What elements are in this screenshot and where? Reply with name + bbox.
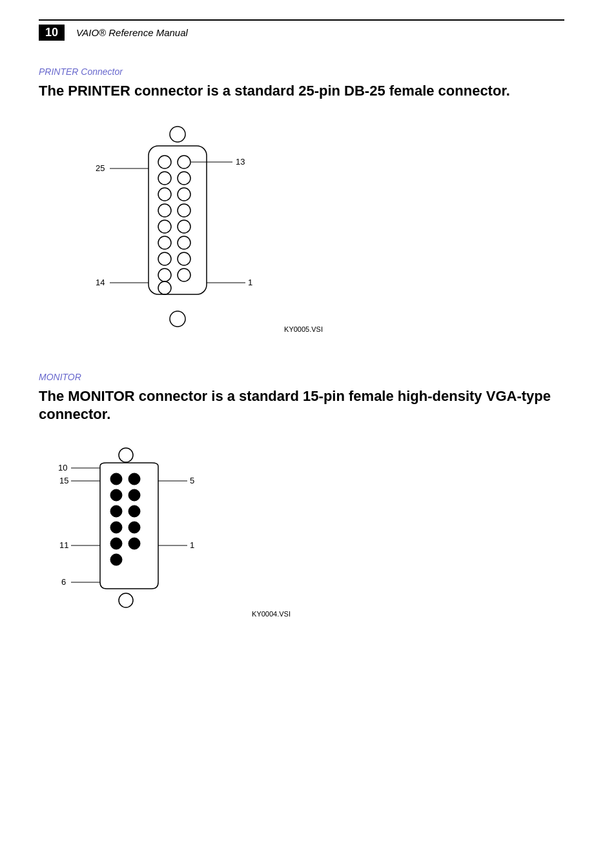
- monitor-section: MONITOR The MONITOR connector is a stand…: [39, 372, 564, 624]
- svg-text:15: 15: [59, 476, 68, 485]
- svg-point-40: [119, 593, 133, 607]
- monitor-diagram-area: 10 15 5 11 1 6 KY: [39, 443, 564, 624]
- svg-text:14: 14: [96, 278, 105, 287]
- page-header: 10 VAIO® Reference Manual: [39, 19, 564, 41]
- svg-text:1: 1: [248, 278, 252, 287]
- svg-point-3: [178, 156, 190, 168]
- svg-text:10: 10: [58, 463, 67, 473]
- svg-text:25: 25: [96, 163, 105, 173]
- svg-point-2: [158, 156, 171, 168]
- svg-point-17: [178, 269, 190, 281]
- svg-point-6: [158, 188, 171, 201]
- svg-rect-1: [149, 146, 207, 294]
- svg-point-15: [178, 252, 190, 265]
- monitor-connector-svg: 10 15 5 11 1 6: [58, 443, 265, 624]
- printer-section: PRINTER Connector The PRINTER connector …: [39, 66, 564, 340]
- svg-point-8: [158, 204, 171, 217]
- printer-diagram-area: 13 25 14 1 KY0005.VSI: [39, 120, 564, 340]
- svg-text:6: 6: [61, 577, 66, 587]
- svg-point-38: [128, 538, 140, 549]
- svg-text:11: 11: [59, 540, 68, 550]
- monitor-section-description: The MONITOR connector is a standard 15-p…: [39, 387, 564, 424]
- printer-section-description: The PRINTER connector is a standard 25-p…: [39, 82, 564, 101]
- svg-point-5: [178, 172, 190, 185]
- page-title: VAIO® Reference Manual: [76, 27, 188, 38]
- svg-text:13: 13: [236, 157, 245, 167]
- svg-point-31: [110, 489, 122, 501]
- svg-point-13: [178, 236, 190, 249]
- svg-point-18: [158, 281, 171, 294]
- svg-text:5: 5: [190, 476, 194, 485]
- printer-figure-id: KY0005.VSI: [284, 325, 323, 333]
- svg-point-12: [158, 236, 171, 249]
- svg-point-19: [170, 311, 185, 327]
- svg-point-36: [128, 522, 140, 533]
- printer-diagram: 13 25 14 1 KY0005.VSI: [65, 120, 310, 340]
- svg-point-14: [158, 252, 171, 265]
- svg-text:1: 1: [190, 540, 194, 550]
- svg-point-28: [119, 448, 133, 462]
- printer-section-heading: PRINTER Connector: [39, 66, 564, 77]
- svg-point-39: [110, 554, 122, 565]
- svg-point-35: [110, 522, 122, 533]
- svg-point-34: [128, 505, 140, 517]
- svg-point-37: [110, 538, 122, 549]
- page-container: 10 VAIO® Reference Manual PRINTER Connec…: [0, 0, 616, 865]
- monitor-section-heading: MONITOR: [39, 372, 564, 382]
- svg-point-32: [128, 489, 140, 501]
- svg-point-29: [110, 473, 122, 485]
- svg-point-16: [158, 269, 171, 281]
- monitor-diagram: 10 15 5 11 1 6 KY: [58, 443, 265, 624]
- monitor-figure-id: KY0004.VSI: [252, 610, 291, 618]
- svg-point-33: [110, 505, 122, 517]
- svg-point-11: [178, 220, 190, 233]
- svg-point-4: [158, 172, 171, 185]
- printer-connector-svg: 13 25 14 1: [65, 120, 310, 340]
- svg-point-30: [128, 473, 140, 485]
- svg-point-7: [178, 188, 190, 201]
- svg-point-10: [158, 220, 171, 233]
- svg-point-9: [178, 204, 190, 217]
- svg-point-0: [170, 127, 185, 142]
- page-number: 10: [39, 25, 65, 41]
